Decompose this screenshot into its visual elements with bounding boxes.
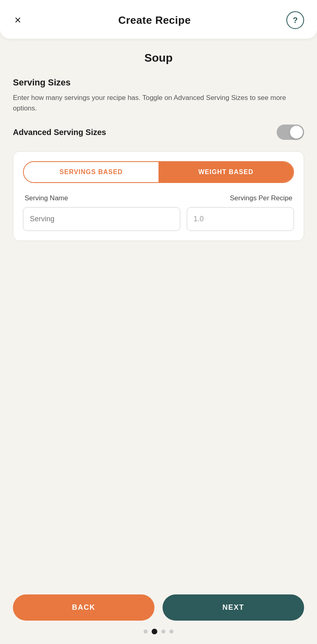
- serving-card: SERVINGS BASED WEIGHT BASED Serving Name…: [13, 151, 304, 241]
- dot-4: [169, 629, 173, 634]
- servings-per-recipe-label: Servings Per Recipe: [230, 194, 292, 202]
- main-content: Soup Serving Sizes Enter how many servin…: [0, 39, 317, 586]
- serving-name-input[interactable]: [23, 207, 180, 231]
- back-button[interactable]: BACK: [13, 594, 154, 621]
- servings-per-recipe-input[interactable]: [187, 207, 294, 231]
- close-button[interactable]: ×: [13, 13, 23, 27]
- next-button[interactable]: NEXT: [163, 594, 304, 621]
- segmented-control: SERVINGS BASED WEIGHT BASED: [23, 161, 294, 183]
- weight-based-button[interactable]: WEIGHT BASED: [158, 162, 293, 182]
- app-header: × Create Recipe ?: [0, 0, 317, 39]
- section-description: Enter how many servings your recipe has.…: [13, 93, 304, 113]
- section-title: Serving Sizes: [13, 77, 304, 88]
- serving-name-label: Serving Name: [25, 194, 68, 202]
- advanced-serving-row: Advanced Serving Sizes: [13, 125, 304, 140]
- page-title: Create Recipe: [118, 14, 191, 27]
- toggle-knob: [290, 126, 303, 139]
- help-button[interactable]: ?: [286, 11, 304, 29]
- recipe-name: Soup: [13, 52, 304, 64]
- dot-3: [161, 629, 165, 634]
- dot-1: [144, 629, 148, 634]
- footer-buttons: BACK NEXT: [13, 594, 304, 621]
- footer: BACK NEXT: [0, 586, 317, 644]
- advanced-serving-label: Advanced Serving Sizes: [13, 128, 106, 137]
- pagination-dots: [144, 629, 173, 634]
- advanced-serving-toggle[interactable]: [277, 125, 304, 140]
- servings-based-button[interactable]: SERVINGS BASED: [24, 162, 158, 182]
- dot-2: [152, 629, 157, 634]
- fields-header: Serving Name Servings Per Recipe: [23, 194, 294, 202]
- fields-row: [23, 207, 294, 231]
